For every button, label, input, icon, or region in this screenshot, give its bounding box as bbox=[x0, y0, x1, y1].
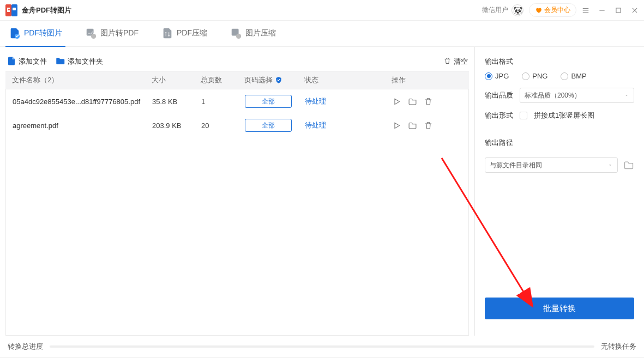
tab-pdf-compress[interactable]: PDF压缩 bbox=[158, 21, 210, 47]
file-icon bbox=[7, 56, 16, 68]
path-label: 输出路径 bbox=[485, 138, 634, 148]
tab-pdf-to-image[interactable]: PDF转图片 bbox=[5, 21, 65, 47]
progress-label: 转换总进度 bbox=[8, 342, 43, 351]
add-file-button[interactable]: 添加文件 bbox=[7, 56, 47, 68]
trash-icon bbox=[443, 57, 452, 66]
image-to-pdf-icon bbox=[85, 27, 97, 39]
table-body: 05a4dc92e855453e...d81ff97776805.pdf 35.… bbox=[5, 89, 469, 336]
file-toolbar: 添加文件 添加文件夹 清空 bbox=[5, 52, 469, 71]
chevron-down-icon bbox=[607, 162, 613, 168]
add-folder-label: 添加文件夹 bbox=[68, 57, 103, 66]
progress-track bbox=[50, 345, 594, 348]
quality-select[interactable]: 标准品质（200%） bbox=[520, 88, 634, 103]
stitch-checkbox[interactable] bbox=[520, 112, 527, 119]
format-radio-group: JPG PNG BMP bbox=[485, 72, 634, 80]
play-icon[interactable] bbox=[392, 121, 401, 130]
folder-icon bbox=[55, 56, 65, 68]
open-folder-icon[interactable] bbox=[408, 121, 417, 130]
col-header-size: 大小 bbox=[152, 75, 201, 85]
left-panel: 添加文件 添加文件夹 清空 文件名称（2） 大小 总页数 页码 bbox=[0, 47, 475, 336]
tab-label: PDF转图片 bbox=[24, 28, 62, 38]
titlebar: 金舟PDF转图片 微信用户 🐼 会员中心 bbox=[0, 0, 644, 21]
shield-icon bbox=[275, 76, 282, 84]
add-file-label: 添加文件 bbox=[19, 57, 47, 66]
page-select-button[interactable]: 全部 bbox=[245, 119, 292, 132]
col-header-status: 状态 bbox=[304, 75, 392, 85]
svg-point-6 bbox=[91, 33, 96, 38]
col-header-name: 文件名称（2） bbox=[10, 75, 152, 85]
image-compress-icon bbox=[230, 27, 242, 39]
browse-folder-icon[interactable] bbox=[623, 160, 634, 171]
svg-rect-2 bbox=[13, 8, 16, 10]
chevron-down-icon bbox=[624, 93, 629, 98]
cell-pages: 20 bbox=[201, 122, 245, 130]
progress-status: 无转换任务 bbox=[601, 342, 636, 351]
stitch-label: 拼接成1张竖屏长图 bbox=[534, 111, 594, 120]
table-row: agreement.pdf 203.9 KB 20 全部 待处理 bbox=[6, 113, 468, 137]
tabs-bar: PDF转图片 图片转PDF PDF压缩 图片压缩 bbox=[0, 21, 644, 47]
pdf-compress-icon bbox=[161, 27, 173, 39]
page-select-button[interactable]: 全部 bbox=[245, 95, 292, 108]
cell-name: 05a4dc92e855453e...d81ff97776805.pdf bbox=[10, 98, 152, 106]
menu-icon[interactable] bbox=[582, 7, 589, 14]
cell-status: 待处理 bbox=[305, 121, 326, 129]
add-folder-button[interactable]: 添加文件夹 bbox=[55, 56, 103, 68]
pdf-to-image-icon bbox=[9, 27, 21, 39]
quality-label: 输出品质 bbox=[485, 90, 513, 100]
table-header: 文件名称（2） 大小 总页数 页码选择 状态 操作 bbox=[5, 71, 469, 89]
col-header-pages: 总页数 bbox=[201, 75, 244, 85]
open-folder-icon[interactable] bbox=[408, 97, 417, 106]
cell-pages: 1 bbox=[201, 98, 245, 106]
tab-image-to-pdf[interactable]: 图片转PDF bbox=[82, 21, 142, 47]
format-label: 输出格式 bbox=[485, 57, 634, 66]
cell-size: 203.9 KB bbox=[152, 122, 201, 130]
play-icon[interactable] bbox=[392, 97, 401, 106]
clear-button[interactable]: 清空 bbox=[443, 57, 468, 66]
batch-convert-button[interactable]: 批量转换 bbox=[485, 298, 634, 319]
maximize-icon[interactable] bbox=[615, 7, 622, 14]
vip-label: 会员中心 bbox=[544, 5, 570, 15]
svg-point-8 bbox=[236, 33, 241, 38]
tab-image-compress[interactable]: 图片压缩 bbox=[227, 21, 279, 47]
window-controls bbox=[582, 7, 639, 14]
avatar[interactable]: 🐼 bbox=[511, 4, 523, 16]
table-row: 05a4dc92e855453e...d81ff97776805.pdf 35.… bbox=[6, 89, 468, 113]
cell-status: 待处理 bbox=[305, 97, 326, 105]
wx-user-label: 微信用户 bbox=[482, 5, 508, 15]
bottom-bar: 官方网站 在线客服 PDF编辑 OFD转换 C盘清理 zip解压缩 版本号：v2… bbox=[0, 357, 644, 364]
col-header-ops: 操作 bbox=[392, 75, 446, 85]
radio-bmp[interactable]: BMP bbox=[561, 72, 586, 80]
close-icon[interactable] bbox=[631, 7, 639, 14]
mode-label: 输出形式 bbox=[485, 111, 513, 120]
radio-png[interactable]: PNG bbox=[522, 72, 547, 80]
cell-size: 35.8 KB bbox=[152, 98, 201, 106]
tab-label: 图片转PDF bbox=[100, 28, 139, 38]
vip-button[interactable]: 会员中心 bbox=[529, 3, 576, 17]
radio-jpg[interactable]: JPG bbox=[485, 72, 509, 80]
delete-icon[interactable] bbox=[424, 97, 433, 106]
col-header-page-select: 页码选择 bbox=[244, 75, 304, 85]
path-select[interactable]: 与源文件目录相同 bbox=[485, 157, 618, 173]
cell-name: agreement.pdf bbox=[10, 122, 152, 130]
progress-bar-area: 转换总进度 无转换任务 bbox=[0, 336, 644, 357]
settings-panel: 输出格式 JPG PNG BMP 输出品质 标准品质（200%） bbox=[475, 47, 644, 336]
clear-label: 清空 bbox=[454, 57, 468, 66]
tab-label: PDF压缩 bbox=[177, 28, 207, 38]
svg-rect-3 bbox=[616, 8, 621, 12]
tab-label: 图片压缩 bbox=[245, 28, 276, 38]
app-icon bbox=[5, 4, 17, 16]
minimize-icon[interactable] bbox=[598, 7, 606, 14]
delete-icon[interactable] bbox=[424, 121, 433, 130]
app-title: 金舟PDF转图片 bbox=[22, 5, 71, 15]
